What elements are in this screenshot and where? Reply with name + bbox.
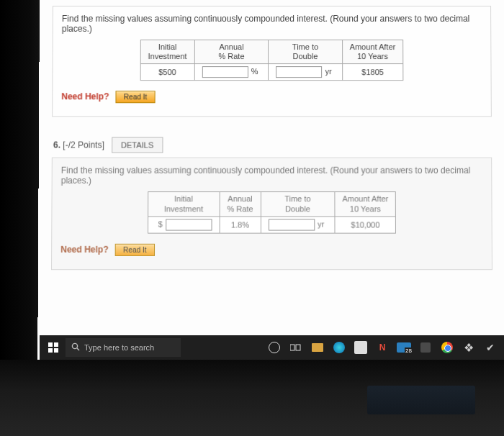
svg-rect-3	[54, 348, 58, 353]
table-row: $ 1.8% yr $10,000	[148, 217, 396, 233]
edge-icon[interactable]	[330, 338, 348, 357]
cell-amount: $10,000	[335, 217, 396, 233]
question-block-1: Find the missing values assuming continu…	[52, 6, 492, 117]
currency-symbol: $	[156, 219, 166, 228]
question-block-2: Find the missing values assuming continu…	[51, 158, 492, 270]
question-header-2: 6. [-/2 Points] DETAILS	[53, 137, 492, 153]
svg-rect-1	[54, 342, 58, 347]
svg-rect-2	[48, 348, 53, 353]
steam-icon[interactable]: ❖	[459, 338, 478, 357]
cell-time: yr	[269, 64, 342, 81]
col-amount-10yr: Amount After10 Years	[335, 192, 396, 217]
time-unit: yr	[323, 67, 335, 76]
rate-unit: %	[248, 67, 261, 76]
start-button[interactable]	[44, 338, 63, 357]
reflection-panel	[367, 386, 475, 414]
cell-time: yr	[261, 217, 335, 233]
desk-area	[0, 360, 504, 436]
col-time-double: Time toDouble	[261, 192, 335, 217]
col-initial-investment: InitialInvestment	[148, 192, 220, 217]
col-time-double: Time toDouble	[269, 40, 342, 64]
search-icon	[71, 342, 80, 353]
cell-amount: $1805	[342, 64, 403, 81]
windows-taskbar: Type here to search 🛍 N ❖ ✔	[40, 335, 504, 360]
screen-area: Find the missing values assuming continu…	[37, 0, 504, 363]
cell-investment: $	[148, 217, 220, 233]
details-button[interactable]: DETAILS	[112, 137, 163, 153]
cell-rate: 1.8%	[220, 217, 261, 233]
cell-investment: $500	[140, 64, 194, 81]
task-view-icon[interactable]	[287, 338, 305, 357]
table-header-row: InitialInvestment Annual% Rate Time toDo…	[140, 40, 403, 64]
col-annual-rate: Annual% Rate	[194, 40, 269, 64]
search-placeholder: Type here to search	[84, 343, 154, 352]
chrome-icon[interactable]	[438, 338, 456, 357]
svg-line-5	[77, 348, 79, 350]
svg-rect-7	[296, 345, 300, 350]
col-annual-rate: Annual% Rate	[220, 192, 261, 217]
question-prompt: Find the missing values assuming continu…	[61, 165, 483, 186]
time-input[interactable]	[269, 219, 315, 230]
need-help-row: Need Help? Read It	[61, 91, 482, 104]
read-it-button[interactable]: Read It	[115, 244, 155, 256]
need-help-label: Need Help?	[61, 92, 109, 102]
problem-table-2: InitialInvestment Annual% Rate Time toDo…	[148, 191, 397, 233]
need-help-label: Need Help?	[60, 245, 108, 255]
col-initial-investment: InitialInvestment	[140, 40, 194, 64]
time-input[interactable]	[276, 66, 322, 78]
app-icon-generic[interactable]	[416, 338, 435, 357]
svg-rect-0	[48, 342, 53, 347]
need-help-row: Need Help? Read It	[60, 244, 483, 256]
table-header-row: InitialInvestment Annual% Rate Time toDo…	[148, 192, 396, 217]
investment-input[interactable]	[166, 219, 212, 230]
store-icon[interactable]: 🛍	[351, 338, 370, 357]
taskbar-search[interactable]: Type here to search	[66, 338, 181, 357]
app-icon-check[interactable]: ✔	[481, 338, 500, 357]
svg-rect-6	[290, 345, 294, 350]
col-amount-10yr: Amount After10 Years	[342, 40, 403, 64]
cortana-icon[interactable]	[265, 338, 284, 357]
table-row: $500 % yr $1805	[140, 64, 403, 81]
rate-input[interactable]	[202, 66, 248, 78]
time-unit: yr	[315, 219, 327, 228]
question-prompt: Find the missing values assuming continu…	[62, 14, 482, 34]
weather-icon[interactable]	[395, 338, 413, 357]
svg-point-4	[72, 343, 77, 348]
problem-table-1: InitialInvestment Annual% Rate Time toDo…	[140, 40, 403, 81]
file-explorer-icon[interactable]	[308, 338, 327, 357]
read-it-button[interactable]: Read It	[116, 91, 155, 104]
cell-rate: %	[194, 64, 269, 81]
page-content: Find the missing values assuming continu…	[38, 0, 504, 270]
question-number: 6. [-/2 Points]	[53, 140, 104, 150]
app-icon-n[interactable]: N	[373, 338, 392, 357]
